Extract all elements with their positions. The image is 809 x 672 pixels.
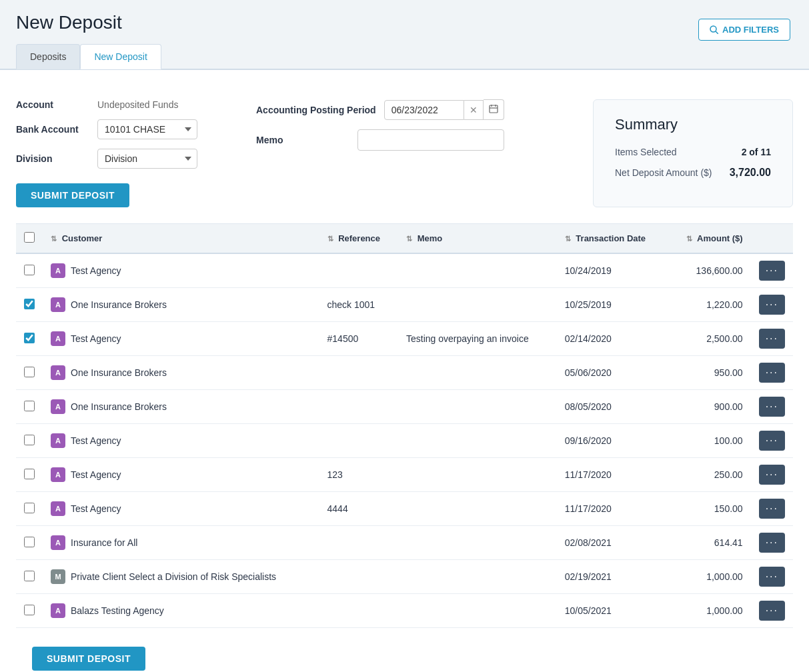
row-checkbox-cell: [16, 492, 43, 526]
row-reference-6: [319, 424, 398, 458]
customer-avatar-3: A: [51, 331, 65, 346]
tab-deposits[interactable]: Deposits: [16, 44, 80, 69]
row-memo-11: [398, 594, 557, 628]
row-reference-10: [319, 560, 398, 594]
add-filters-button[interactable]: ADD FILTERS: [698, 19, 790, 41]
row-checkbox-1[interactable]: [24, 265, 35, 275]
svg-point-0: [710, 26, 716, 32]
row-memo-2: [398, 288, 557, 322]
tab-new-deposit[interactable]: New Deposit: [80, 44, 161, 69]
row-actions-10: ···: [751, 560, 793, 594]
actions-button-2[interactable]: ···: [759, 295, 785, 315]
actions-button-10[interactable]: ···: [759, 567, 785, 587]
row-reference-5: [319, 390, 398, 424]
row-checkbox-2[interactable]: [24, 299, 35, 309]
row-checkbox-cell: [16, 322, 43, 356]
customer-name-6: Test Agency: [71, 435, 121, 446]
actions-button-1[interactable]: ···: [759, 261, 785, 281]
row-checkbox-9[interactable]: [24, 537, 35, 547]
bank-account-row: Bank Account 10101 CHASE: [16, 119, 229, 139]
row-memo-1: [398, 253, 557, 288]
account-row: Account Undeposited Funds: [16, 99, 229, 110]
row-checkbox-8[interactable]: [24, 503, 35, 513]
memo-header[interactable]: ⇅ Memo: [398, 224, 557, 253]
row-amount-4: 950.00: [668, 356, 751, 390]
row-checkbox-cell: [16, 288, 43, 322]
row-reference-4: [319, 356, 398, 390]
calendar-icon: [489, 104, 498, 113]
row-customer-9: A Insurance for All: [43, 526, 319, 560]
row-actions-4: ···: [751, 356, 793, 390]
actions-button-11[interactable]: ···: [759, 601, 785, 621]
row-date-3: 02/14/2020: [557, 322, 668, 356]
items-selected-row: Items Selected 2 of 11: [615, 147, 771, 157]
actions-button-6[interactable]: ···: [759, 431, 785, 451]
row-reference-7: 123: [319, 458, 398, 492]
deposit-form: Account Undeposited Funds Bank Account 1…: [16, 86, 793, 224]
table-body: A Test Agency 10/24/2019 136,600.00 ··· …: [16, 253, 793, 628]
row-checkbox-3[interactable]: [24, 333, 35, 343]
customer-name-3: Test Agency: [71, 333, 121, 344]
row-memo-6: [398, 424, 557, 458]
row-reference-9: [319, 526, 398, 560]
customer-avatar-5: A: [51, 399, 65, 414]
row-checkbox-cell: [16, 424, 43, 458]
amount-header[interactable]: ⇅ Amount ($): [668, 224, 751, 253]
row-amount-9: 614.41: [668, 526, 751, 560]
row-reference-11: [319, 594, 398, 628]
customer-name-11: Balazs Testing Agency: [71, 605, 164, 616]
row-reference-1: [319, 253, 398, 288]
row-checkbox-11[interactable]: [24, 605, 35, 615]
row-checkbox-5[interactable]: [24, 401, 35, 411]
table-row: A Test Agency 10/24/2019 136,600.00 ···: [16, 253, 793, 288]
row-checkbox-cell: [16, 594, 43, 628]
amount-sort-icon: ⇅: [686, 235, 692, 243]
row-checkbox-7[interactable]: [24, 469, 35, 479]
division-select[interactable]: Division: [97, 149, 197, 169]
customer-avatar-7: A: [51, 467, 65, 482]
actions-button-9[interactable]: ···: [759, 533, 785, 553]
tab-bar: Deposits New Deposit: [16, 44, 793, 69]
date-input[interactable]: [384, 100, 464, 120]
actions-button-4[interactable]: ···: [759, 363, 785, 383]
bank-account-select[interactable]: 10101 CHASE: [97, 119, 197, 139]
customer-name-10: Private Client Select a Division of Risk…: [71, 571, 276, 582]
transaction-date-header[interactable]: ⇅ Transaction Date: [557, 224, 668, 253]
division-row: Division Division: [16, 149, 229, 169]
customer-avatar-11: A: [51, 603, 65, 618]
row-memo-8: [398, 492, 557, 526]
svg-line-1: [716, 31, 718, 34]
actions-button-3[interactable]: ···: [759, 329, 785, 349]
table-row: A Test Agency 4444 11/17/2020 150.00 ···: [16, 492, 793, 526]
actions-button-5[interactable]: ···: [759, 397, 785, 417]
summary-box: Summary Items Selected 2 of 11 Net Depos…: [593, 99, 793, 207]
submit-deposit-button-bottom[interactable]: SUBMIT DEPOSIT: [32, 647, 145, 671]
customer-header[interactable]: ⇅ Customer: [43, 224, 319, 253]
net-deposit-label: Net Deposit Amount ($): [615, 167, 712, 178]
select-all-checkbox[interactable]: [24, 232, 35, 243]
memo-input[interactable]: [357, 129, 504, 151]
customer-name-4: One Insurance Brokers: [71, 367, 167, 378]
row-date-9: 02/08/2021: [557, 526, 668, 560]
customer-avatar-10: M: [51, 569, 65, 584]
actions-button-7[interactable]: ···: [759, 465, 785, 485]
actions-header: [751, 224, 793, 253]
row-checkbox-4[interactable]: [24, 367, 35, 377]
row-checkbox-6[interactable]: [24, 435, 35, 445]
clear-date-button[interactable]: ✕: [464, 100, 484, 120]
row-memo-3: Testing overpaying an invoice: [398, 322, 557, 356]
table-row: A One Insurance Brokers 05/06/2020 950.0…: [16, 356, 793, 390]
row-amount-1: 136,600.00: [668, 253, 751, 288]
row-amount-11: 1,000.00: [668, 594, 751, 628]
submit-deposit-button-top[interactable]: SUBMIT DEPOSIT: [16, 183, 129, 207]
actions-button-8[interactable]: ···: [759, 499, 785, 519]
row-date-7: 11/17/2020: [557, 458, 668, 492]
form-right-fields: Accounting Posting Period ✕: [256, 99, 504, 207]
row-checkbox-10[interactable]: [24, 571, 35, 581]
items-selected-value: 2 of 11: [742, 147, 771, 157]
division-label: Division: [16, 153, 89, 164]
calendar-button[interactable]: [484, 99, 504, 120]
reference-header[interactable]: ⇅ Reference: [319, 224, 398, 253]
customer-name-7: Test Agency: [71, 469, 121, 480]
row-customer-2: A One Insurance Brokers: [43, 288, 319, 322]
